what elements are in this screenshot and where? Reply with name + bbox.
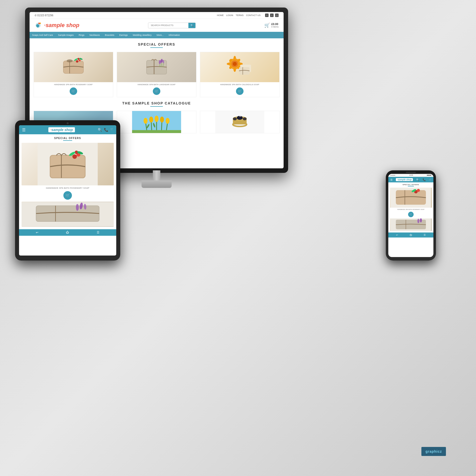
phone-menu-btn-bottom[interactable]: ☰ (424, 234, 426, 236)
tablet-back-icon[interactable]: ↩ (36, 231, 38, 234)
site-topbar: ✆ 01323 872296 HOME LOGIN TERMS CONTACT … (30, 12, 284, 19)
tablet-screen: ☰ ·sample shop 🔍 📞 🛒 SPECIAL OFFERS (19, 125, 116, 256)
search-input[interactable] (148, 23, 188, 28)
product-name-1: HANDMADE SPA BATH ROSEMARY SOAP (34, 82, 113, 86)
tablet-outer: ☰ ·sample shop 🔍 📞 🛒 SPECIAL OFFERS (15, 120, 120, 261)
add-to-cart-2[interactable]: 🛒 (153, 87, 160, 95)
phone-signal: ✦✦✦✦ (390, 174, 395, 176)
product-name-3: HANDMADE SPA BATH CALENDULA SOAP (200, 82, 279, 86)
product-img-3 (200, 52, 279, 82)
phone-nav: ☰ ·sample shop 🔍 📞 🛒 (388, 177, 433, 182)
svg-point-1 (39, 23, 41, 24)
catalogue-card-tulips (117, 111, 196, 133)
tablet-add-to-cart-1[interactable]: 🛒 (63, 191, 72, 200)
phone-statusbar: ✦✦✦✦ 12:00 ■■■■■ (388, 174, 433, 177)
svg-point-42 (166, 118, 170, 124)
svg-point-21 (233, 56, 236, 61)
phone-product-img-2 (390, 218, 432, 231)
svg-point-41 (160, 116, 164, 122)
tablet-nav: ☰ ·sample shop 🔍 📞 🛒 (19, 125, 116, 134)
tablet-product-1: HANDMADE SPA BATH ROSEMARY SOAP 🛒 (22, 143, 114, 200)
nav-login[interactable]: LOGIN (226, 14, 233, 17)
phone-search-icon[interactable]: 🔍 (416, 178, 419, 181)
phone-phone-icon[interactable]: 📞 (423, 178, 426, 181)
site-search[interactable]: 🔍 (148, 23, 196, 28)
site-cart[interactable]: 🛒 £0.00 0 items (264, 23, 279, 28)
nav-home[interactable]: HOME (217, 14, 224, 17)
nav-information[interactable]: Information (166, 32, 182, 38)
tablet-icons: 🔍 📞 🛒 (98, 128, 113, 132)
twitter-icon[interactable]: t (270, 14, 274, 17)
phone: ✦✦✦✦ 12:00 ■■■■■ ☰ ·sample shop 🔍 📞 🛒 (386, 170, 436, 266)
phone-menu-icon[interactable]: ☰ (390, 178, 393, 181)
phone-cart-icon[interactable]: 🛒 (429, 179, 431, 181)
tablet-menu-icon[interactable]: ☰ (22, 128, 26, 132)
phone-home-btn[interactable]: ⏻ (410, 234, 412, 236)
svg-point-23 (227, 63, 232, 65)
nav-earrings[interactable]: Earrings (117, 32, 130, 38)
svg-rect-45 (132, 130, 181, 133)
phone-time: 12:00 (409, 174, 413, 176)
tablet-bottom-nav: ↩ ⏻ ☰ (19, 229, 116, 236)
facebook-icon[interactable]: f (265, 14, 269, 17)
phone-battery: ■■■■■ (427, 174, 431, 176)
product-card-3: HANDMADE SPA BATH CALENDULA SOAP 🛒 (200, 52, 280, 97)
special-offers-title: SPECIAL OFFERS (34, 42, 280, 46)
instagram-icon[interactable]: ◻ (275, 14, 279, 17)
svg-rect-75 (36, 206, 99, 221)
tablet-logo: ·sample shop (48, 127, 75, 132)
tablet-content: SPECIAL OFFERS (19, 134, 116, 229)
svg-point-78 (76, 204, 79, 211)
add-to-cart-3[interactable]: 🛒 (236, 87, 244, 95)
tablet-product-name-1: HANDMADE SPA BATH ROSEMARY SOAP (22, 185, 114, 190)
tablet-logo-text: sample shop (51, 128, 73, 132)
nav-wedding[interactable]: Wedding Jewellery (130, 32, 154, 38)
product-card-1: HANDMADE SPA BATH ROSEMARY SOAP 🛒 (34, 52, 113, 97)
tablet-search-icon[interactable]: 🔍 (98, 128, 102, 132)
phone-back-btn[interactable]: ↩ (396, 234, 398, 236)
tablet-menu-btn[interactable]: ☰ (97, 231, 99, 234)
svg-point-85 (417, 189, 420, 192)
cart-info: £0.00 0 items (271, 23, 279, 28)
svg-point-52 (243, 117, 247, 120)
nav-bracelets[interactable]: Bracelets (102, 32, 117, 38)
phone-bottom-nav: ↩ ⏻ ☰ (388, 232, 433, 237)
nav-rings[interactable]: Rings (76, 32, 87, 38)
tablet-underline (63, 140, 72, 141)
monitor-stand (142, 170, 172, 188)
tablet-home-icon[interactable]: ⏻ (66, 231, 69, 234)
add-to-cart-1[interactable]: 🛒 (70, 87, 77, 95)
site-nav-main: Soaps And Self Care Sample Images Rings … (30, 32, 284, 38)
phone-content: SPECIAL OFFERS HANDMADE S (388, 182, 433, 232)
product-img-2 (117, 52, 196, 82)
tablet-cart-icon[interactable]: 🛒 (110, 128, 113, 132)
product-img-1 (34, 52, 113, 82)
tablet-camera (67, 122, 69, 124)
logo-name: sample shop (46, 22, 79, 28)
svg-point-69 (72, 154, 77, 159)
product-name-2: HANDMADE SPA BATH LAVENDAR SOAP (117, 82, 196, 86)
tablet-phone-icon[interactable]: 📞 (104, 128, 108, 132)
svg-point-20 (233, 62, 237, 66)
nav-soaps[interactable]: Soaps And Self Care (30, 32, 56, 38)
monitor-stand-base (142, 180, 172, 188)
site-logo: ·sample shop (35, 21, 79, 29)
tablet-section-title: SPECIAL OFFERS (22, 137, 114, 140)
svg-point-4 (67, 59, 73, 62)
phone-add-to-cart-1[interactable]: 🛒 (408, 212, 414, 217)
site-nav-top: HOME LOGIN TERMS CONTACT US f t ◻ (217, 14, 279, 17)
nav-sample-images[interactable]: Sample Images (56, 32, 76, 38)
nav-contact[interactable]: CONTACT US (246, 14, 261, 17)
nav-more[interactable]: More... (154, 32, 166, 38)
phone-section-title: SPECIAL OFFERS (390, 184, 432, 185)
phone-underline (408, 186, 414, 186)
phone-speaker (406, 172, 416, 173)
search-button[interactable]: 🔍 (188, 23, 195, 28)
nav-necklaces[interactable]: Necklaces (87, 32, 102, 38)
svg-point-38 (144, 118, 148, 124)
logo-text: ·sample shop (44, 22, 79, 29)
phone-logo: ·sample shop (396, 178, 413, 181)
phone-product-name-1: HANDMADE SPA BATH ROSEMARY SOAP (390, 208, 432, 211)
nav-terms[interactable]: TERMS (236, 14, 244, 17)
cart-price: £0.00 (271, 23, 279, 26)
